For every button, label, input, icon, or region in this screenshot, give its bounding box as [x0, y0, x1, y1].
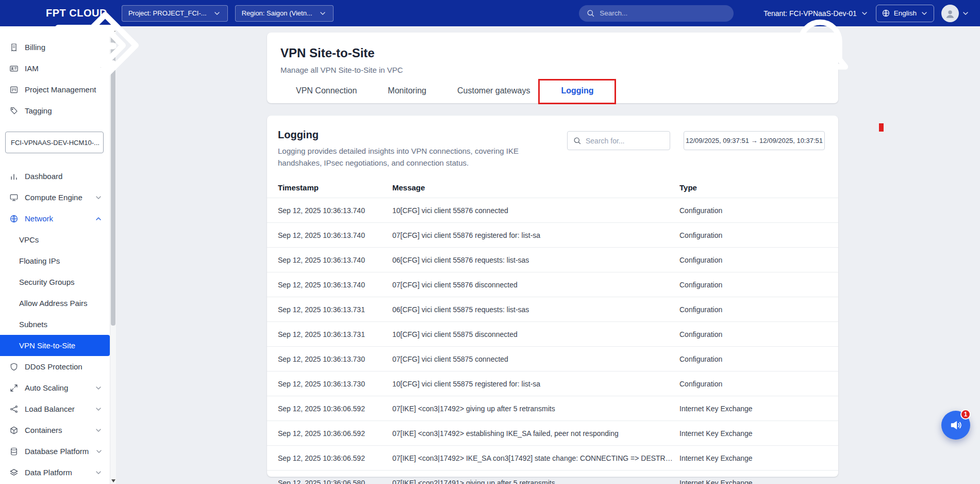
sidebar-item-label: Security Groups: [19, 278, 75, 286]
sidebar-item-vpn-site-to-site[interactable]: VPN Site-to-Site: [0, 335, 110, 356]
cell-message: 07[IKE] <con3|17492> IKE_SA con3[17492] …: [392, 454, 679, 462]
sidebar-item-label: Containers: [25, 426, 62, 434]
sidebar-item-database-platform[interactable]: Database Platform: [0, 441, 110, 462]
sidebar-item-label: VPN Site-to-Site: [19, 341, 75, 350]
tab-monitoring[interactable]: Monitoring: [372, 78, 442, 103]
logging-description: Logging provides detailed insights into …: [278, 146, 546, 169]
cell-type: Configuration: [679, 355, 827, 363]
log-search-input[interactable]: [586, 137, 665, 145]
network-globe-icon: [9, 214, 19, 223]
cell-timestamp: Sep 12, 2025 10:36:13.740: [278, 206, 392, 215]
sidebar-nav: Billing IAM Project Management Tagging F…: [0, 26, 110, 484]
bar-chart-icon: [9, 172, 19, 181]
sidebar-item-load-balancer[interactable]: Load Balancer: [0, 398, 110, 420]
announcements-fab-button[interactable]: 1: [941, 411, 970, 440]
cell-timestamp: Sep 12, 2025 10:36:13.740: [278, 256, 392, 264]
cell-type: Configuration: [679, 330, 827, 338]
cell-message: 10[CFG] vici client 55875 disconnected: [392, 330, 679, 338]
sidebar-item-network[interactable]: Network: [0, 208, 110, 229]
column-header-timestamp: Timestamp: [278, 183, 392, 192]
tenant-selector[interactable]: Tenant: FCI-VPNaaS-Dev-01: [763, 9, 869, 18]
region-selector[interactable]: Region: Saigon (Vietn...: [235, 5, 334, 22]
cell-timestamp: Sep 12, 2025 10:36:06.592: [278, 454, 392, 462]
column-header-type: Type: [679, 183, 827, 192]
cell-type: Configuration: [679, 256, 827, 264]
megaphone-icon: [949, 418, 962, 432]
table-row: Sep 12, 2025 10:36:06.592 07[IKE] <con3|…: [267, 421, 838, 445]
sidebar-item-containers[interactable]: Containers: [0, 420, 110, 441]
language-selector[interactable]: English: [876, 5, 934, 22]
sidebar-item-label: DDoS Protection: [25, 362, 82, 371]
database-icon: [9, 447, 19, 456]
global-search-input[interactable]: [600, 9, 726, 17]
cell-timestamp: Sep 12, 2025 10:36:13.731: [278, 330, 392, 338]
table-row: Sep 12, 2025 10:36:13.731 10[CFG] vici c…: [267, 321, 838, 346]
cell-timestamp: Sep 12, 2025 10:36:13.730: [278, 355, 392, 363]
chevron-down-icon: [95, 447, 103, 456]
sidebar-item-dashboard[interactable]: Dashboard: [0, 166, 110, 187]
sidebar-item-tagging[interactable]: Tagging: [0, 100, 110, 121]
cell-type: Internet Key Exchange: [679, 479, 827, 484]
cell-timestamp: Sep 12, 2025 10:36:13.731: [278, 305, 392, 314]
project-selector[interactable]: Project: PROJECT_FCI-...: [122, 5, 228, 22]
cell-message: 10[CFG] vici client 55875 registered for…: [392, 380, 679, 388]
chevron-down-icon: [319, 9, 327, 18]
log-table-header: Timestamp Message Type: [267, 177, 838, 198]
chevron-down-icon: [94, 426, 103, 434]
table-row: Sep 12, 2025 10:36:13.740 07[CFG] vici c…: [267, 222, 838, 247]
notifications-bell-icon[interactable]: [743, 8, 754, 19]
hamburger-menu-icon[interactable]: [8, 7, 21, 20]
tab-customer-gateways[interactable]: Customer gateways: [442, 78, 545, 103]
box-icon: [9, 426, 19, 435]
layers-icon: [9, 468, 19, 477]
global-search[interactable]: [579, 5, 734, 22]
logging-intro: Logging Logging provides detailed insigh…: [278, 129, 546, 169]
sidebar-item-subnets[interactable]: Subnets: [0, 314, 110, 335]
tab-logging[interactable]: Logging: [545, 78, 609, 103]
sidebar-item-vpcs[interactable]: VPCs: [0, 229, 110, 250]
cell-message: 07[IKE] <con3|17492> giving up after 5 r…: [392, 405, 679, 413]
main-content: VPN Site-to-Site Manage all VPN Site-to-…: [116, 26, 980, 484]
user-menu[interactable]: [941, 5, 970, 22]
date-range-picker[interactable]: 12/09/2025, 09:37:51 → 12/09/2025, 10:37…: [684, 131, 825, 150]
kanban-icon: [9, 85, 19, 94]
chevron-down-icon: [860, 9, 869, 18]
chevron-down-icon: [94, 469, 103, 477]
logging-title: Logging: [278, 129, 546, 141]
shield-icon: [9, 362, 19, 372]
table-row: Sep 12, 2025 10:36:13.740 10[CFG] vici c…: [267, 198, 838, 222]
sidebar-scrollbar[interactable]: [110, 26, 116, 484]
cell-type: Internet Key Exchange: [679, 405, 827, 413]
sidebar-item-security-groups[interactable]: Security Groups: [0, 271, 110, 293]
project-selector-label: Project: PROJECT_FCI-...: [128, 9, 207, 17]
log-search[interactable]: [567, 131, 670, 150]
vpc-selector-dropdown[interactable]: FCI-VPNAAS-DEV-HCM10-...: [5, 132, 104, 153]
sidebar-item-label: Load Balancer: [25, 405, 75, 413]
logging-card: Logging Logging provides detailed insigh…: [267, 116, 838, 477]
sidebar-item-auto-scaling[interactable]: Auto Scaling: [0, 377, 110, 398]
chevron-down-icon: [961, 9, 970, 18]
cell-type: Internet Key Exchange: [679, 454, 827, 462]
sidebar-item-label: Tagging: [25, 106, 52, 115]
sidebar-item-label: Database Platform: [25, 447, 89, 456]
sidebar-item-allow-address-pairs[interactable]: Allow Address Pairs: [0, 293, 110, 314]
tab-vpn-connection[interactable]: VPN Connection: [280, 78, 372, 103]
chevron-down-icon: [920, 9, 928, 18]
sidebar-item-label: Subnets: [19, 320, 47, 329]
table-row: Sep 12, 2025 10:36:06.592 07[IKE] <con3|…: [267, 396, 838, 421]
sidebar-item-data-platform[interactable]: Data Platform: [0, 462, 110, 483]
sidebar-item-floating-ips[interactable]: Floating IPs: [0, 250, 110, 271]
sidebar-item-label: Allow Address Pairs: [19, 299, 88, 308]
table-row: Sep 12, 2025 10:36:06.592 07[IKE] <con3|…: [267, 445, 838, 470]
cell-message: 07[CFG] vici client 55876 disconnected: [392, 281, 679, 289]
sidebar-item-compute-engine[interactable]: Compute Engine: [0, 187, 110, 208]
table-row: Sep 12, 2025 10:36:13.730 07[CFG] vici c…: [267, 346, 838, 371]
log-table: Timestamp Message Type Sep 12, 2025 10:3…: [267, 177, 838, 484]
chevron-down-icon: [94, 384, 103, 392]
tab-label: Logging: [561, 86, 593, 95]
brand-logo[interactable]: FPT CLOUD: [28, 7, 107, 20]
sidebar-item-ddos-protection[interactable]: DDoS Protection: [0, 356, 110, 377]
cell-message: 07[CFG] vici client 55876 registered for…: [392, 231, 679, 239]
cell-type: Configuration: [679, 305, 827, 314]
monitor-icon: [9, 193, 19, 202]
